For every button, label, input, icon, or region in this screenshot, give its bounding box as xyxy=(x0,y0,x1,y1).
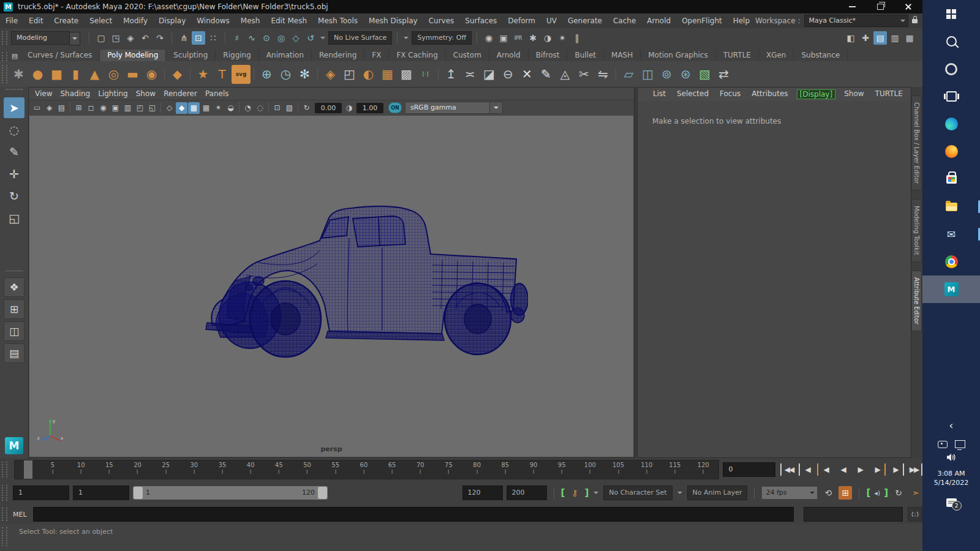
menu-create[interactable]: Create xyxy=(48,17,84,25)
menu-openflight[interactable]: OpenFlight xyxy=(676,17,728,25)
separate-icon[interactable]: ◰ xyxy=(340,65,359,84)
time-slider[interactable]: 5101520253035404550556065707580859095100… xyxy=(14,460,720,479)
menu-deform[interactable]: Deform xyxy=(502,17,541,25)
redo-icon[interactable]: ↷ xyxy=(153,31,167,45)
taskbar-clock[interactable]: 3:08 AM 5/14/2022 xyxy=(934,469,968,487)
menu-arnold[interactable]: Arnold xyxy=(641,17,676,25)
chevron-down-icon[interactable] xyxy=(594,492,598,497)
shelf-tab-bullet[interactable]: Bullet xyxy=(567,50,604,61)
grid-toggle-icon[interactable]: ⊞ xyxy=(73,102,85,114)
panel-menu-show[interactable]: Show xyxy=(136,89,164,98)
drag-handle[interactable] xyxy=(2,508,7,521)
playback-loop-icon[interactable]: ⟲ xyxy=(821,486,835,500)
layout-current-button[interactable]: ❖ xyxy=(4,277,24,297)
resolution-gate-icon[interactable]: ◉ xyxy=(97,102,109,114)
color-management-toggle[interactable]: ON xyxy=(388,102,402,113)
menu-edit[interactable]: Edit xyxy=(23,17,48,25)
shelf-tab-mash[interactable]: MASH xyxy=(604,50,641,61)
polygon-type-icon[interactable]: T xyxy=(213,65,232,84)
current-frame-field[interactable]: 0 xyxy=(723,462,775,477)
shadows-toggle-icon[interactable]: ◒ xyxy=(225,102,236,114)
sweep-mesh-icon[interactable]: ★ xyxy=(194,65,213,84)
paint-select-tool[interactable]: ✎ xyxy=(4,141,24,162)
view-transform-dropdown[interactable]: sRGB gamma xyxy=(405,102,503,114)
uv-spherical-icon[interactable]: ⊚ xyxy=(657,65,676,84)
uv-cylindrical-icon[interactable]: ◫ xyxy=(638,65,657,84)
contrast-icon[interactable]: ◑ xyxy=(344,102,354,114)
ae-menu-attributes[interactable]: Attributes xyxy=(746,89,793,99)
character-controls-toggle-icon[interactable]: ✚ xyxy=(859,31,872,45)
shelf-menu-icon[interactable]: ▤ xyxy=(9,50,20,61)
safe-action-icon[interactable]: ◰ xyxy=(134,102,146,114)
select-component-icon[interactable]: ∷ xyxy=(206,31,220,45)
screen-record-tray-icon[interactable] xyxy=(938,441,948,448)
modeling-toolkit-toggle-icon[interactable]: ◧ xyxy=(844,31,858,45)
menu-select[interactable]: Select xyxy=(84,17,118,25)
live-surface-field[interactable]: No Live Surface xyxy=(328,31,392,45)
shelf-tab-custom[interactable]: Custom xyxy=(446,50,489,61)
step-back-key-button[interactable]: ◀ xyxy=(817,463,833,476)
uv-automatic-icon[interactable]: ⊛ xyxy=(676,65,695,84)
screen-space-ao-icon[interactable]: ◔ xyxy=(242,102,254,114)
maya-taskbar-button[interactable]: M xyxy=(922,276,980,303)
menu-curves[interactable]: Curves xyxy=(423,17,460,25)
uv-planar-icon[interactable]: ▱ xyxy=(619,65,638,84)
snap-point-icon[interactable]: ⊙ xyxy=(260,31,273,45)
layout-four-view-button[interactable]: ⊞ xyxy=(4,299,24,319)
snap-projected-center-icon[interactable]: ◎ xyxy=(274,31,288,45)
layout-two-pane-button[interactable]: ◫ xyxy=(4,321,24,341)
polygon-plane-icon[interactable]: ▬ xyxy=(123,65,142,84)
polygon-sphere-icon[interactable]: ● xyxy=(28,65,47,84)
range-slider[interactable]: 1 120 xyxy=(133,486,328,500)
range-end-handle[interactable] xyxy=(318,487,327,499)
menu-uv[interactable]: UV xyxy=(541,17,562,25)
panel-menu-panels[interactable]: Panels xyxy=(205,89,237,98)
shelf-tab-bifrost[interactable]: Bifrost xyxy=(529,50,568,61)
shelf-tab-xgen[interactable]: XGen xyxy=(759,50,794,61)
quad-draw-icon[interactable]: ✎ xyxy=(537,65,556,84)
shelf-gear-icon[interactable]: ✱ xyxy=(9,65,28,84)
symmetry-field[interactable]: Symmetry: Off xyxy=(412,31,472,45)
make-live-icon[interactable]: ↺ xyxy=(304,31,317,45)
contrast-field[interactable]: 1.00 xyxy=(356,103,383,113)
shelf-tab-rigging[interactable]: Rigging xyxy=(216,50,258,61)
reduce-icon[interactable]: ▩ xyxy=(397,65,416,84)
snap-to-origin-icon[interactable]: ✻ xyxy=(295,65,314,84)
shelf-tab-curves-surfaces[interactable]: Curves / Surfaces xyxy=(20,50,100,61)
polygon-disc-icon[interactable]: ◉ xyxy=(142,65,161,84)
gate-mask-icon[interactable]: ▣ xyxy=(110,102,121,114)
polygon-torus-icon[interactable]: ◎ xyxy=(104,65,123,84)
drag-handle[interactable] xyxy=(2,52,7,61)
go-to-end-button[interactable]: ▶▶ xyxy=(907,463,922,476)
command-result-field[interactable] xyxy=(804,507,903,522)
range-start-handle[interactable] xyxy=(134,487,143,499)
fps-dropdown[interactable]: 24 fps xyxy=(761,486,818,500)
wireframe-mode-icon[interactable]: ◇ xyxy=(164,102,175,114)
move-tool[interactable]: ✛ xyxy=(4,163,24,184)
close-button[interactable] xyxy=(894,0,922,13)
display-tray-icon[interactable] xyxy=(955,440,965,448)
render-view-icon[interactable]: ◉ xyxy=(482,31,496,45)
search-taskbar-button[interactable] xyxy=(922,28,980,55)
evaluation-manager-icon[interactable]: ➣ xyxy=(909,486,922,500)
menu-mesh[interactable]: Mesh xyxy=(235,17,266,25)
step-back-frame-button[interactable]: ◀ xyxy=(799,463,815,476)
ae-menu-focus[interactable]: Focus xyxy=(714,89,746,99)
camera-bookmark-icon[interactable]: ◈ xyxy=(43,102,55,114)
truck-wireframe-model[interactable] xyxy=(197,195,528,373)
scale-tool[interactable]: ◱ xyxy=(4,208,24,228)
smooth-icon[interactable]: ▦ xyxy=(378,65,397,84)
bevel-icon[interactable]: ◪ xyxy=(480,65,499,84)
bridge-icon[interactable]: ≍ xyxy=(461,65,480,84)
character-key-icon[interactable]: ⚷ xyxy=(568,485,581,500)
polygon-cone-icon[interactable]: ▲ xyxy=(85,65,104,84)
drag-handle[interactable] xyxy=(2,65,7,83)
menu-windows[interactable]: Windows xyxy=(191,17,235,25)
character-set-dropdown[interactable]: No Character Set xyxy=(603,485,672,500)
minimize-button[interactable] xyxy=(838,0,866,13)
mute-audio-icon[interactable]: ◂) xyxy=(874,486,880,500)
chevron-down-icon[interactable] xyxy=(320,37,325,42)
ae-menu-selected[interactable]: Selected xyxy=(671,89,714,99)
store-taskbar-button[interactable] xyxy=(922,165,980,193)
play-forwards-button[interactable]: ▶ xyxy=(853,463,867,476)
